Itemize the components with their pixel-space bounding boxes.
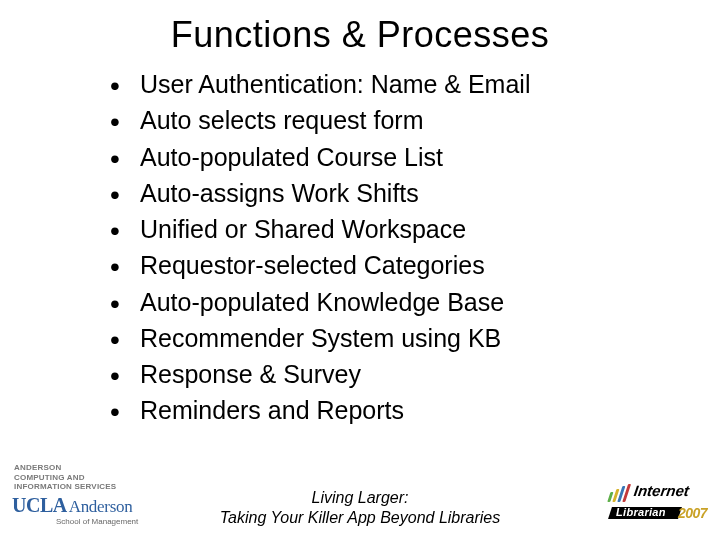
il-year: 2007 (678, 505, 707, 521)
slide-title: Functions & Processes (0, 0, 720, 56)
il-internet: Internet (633, 482, 690, 499)
footer: ANDERSON COMPUTING AND INFORMATION SERVI… (0, 464, 720, 534)
list-item: Requestor-selected Categories (110, 247, 660, 283)
list-item: Unified or Shared Workspace (110, 211, 660, 247)
list-item: Response & Survey (110, 356, 660, 392)
list-item: Recommender System using KB (110, 320, 660, 356)
cis-line: ANDERSON (14, 463, 182, 472)
il-top: Internet (610, 482, 710, 504)
bullet-list: User Authentication: Name & Email Auto s… (110, 66, 660, 429)
list-item: Auto-assigns Work Shifts (110, 175, 660, 211)
internet-librarian-logo: Internet Librarian 2007 (610, 482, 710, 524)
list-item: Auto-populated Knowledge Base (110, 284, 660, 320)
bars-icon (607, 485, 631, 502)
list-item: User Authentication: Name & Email (110, 66, 660, 102)
cis-label: ANDERSON COMPUTING AND INFORMATION SERVI… (14, 463, 182, 491)
il-librarian: Librarian (616, 506, 666, 518)
cis-line: COMPUTING AND (14, 473, 182, 482)
slide-body: User Authentication: Name & Email Auto s… (0, 56, 720, 429)
list-item: Auto-populated Course List (110, 139, 660, 175)
list-item: Reminders and Reports (110, 392, 660, 428)
slide: Functions & Processes User Authenticatio… (0, 0, 720, 540)
il-bottom: Librarian 2007 (610, 505, 710, 523)
list-item: Auto selects request form (110, 102, 660, 138)
